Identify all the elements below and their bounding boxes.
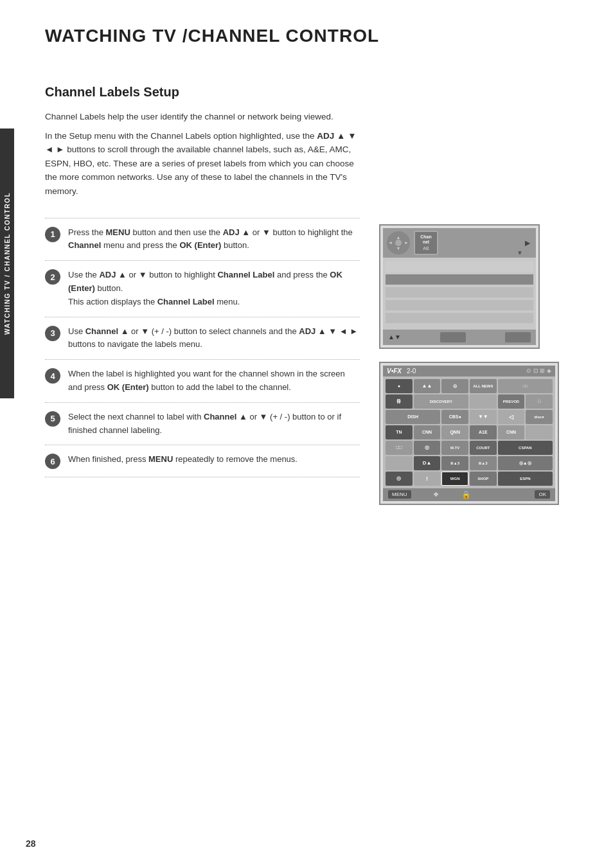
step-text-5: Select the next channel to label with Ch… bbox=[68, 411, 360, 438]
label-cell: WGN bbox=[441, 472, 468, 486]
footer-menu-btn: MENU bbox=[388, 490, 411, 499]
header-icons: ⊙ ⊡ ⊞ ◈ bbox=[526, 368, 551, 374]
screen-arrow-right: ► bbox=[523, 238, 532, 248]
label-cell: 冊 bbox=[386, 394, 413, 409]
footer-ok-label: OK bbox=[535, 490, 550, 499]
step-number-2: 2 bbox=[45, 269, 60, 285]
nav-arrows-icon: ▲▼ bbox=[388, 333, 401, 341]
section-title: Channel Labels Setup bbox=[45, 85, 587, 100]
steps-column: 1 Press the MENU button and then use the… bbox=[45, 218, 360, 478]
menu-item-3 bbox=[386, 287, 533, 297]
label-cell: □□ bbox=[498, 379, 553, 393]
step-number-4: 4 bbox=[45, 368, 60, 384]
menu-item-5 bbox=[386, 313, 533, 323]
label-cell: DISH bbox=[386, 410, 440, 424]
step-text-3: Use Channel ▲ or ▼ (+ / -) button to sel… bbox=[68, 325, 360, 352]
step-text-1: Press the MENU button and then use the A… bbox=[68, 226, 360, 253]
intro-para-1: Channel Labels help the user identify th… bbox=[45, 110, 366, 124]
screen-arrow-down: ▼ bbox=[517, 249, 523, 256]
step-number-6: 6 bbox=[45, 454, 60, 469]
screen-inner-1: ▲ ◄ ► ▼ Channel AB bbox=[383, 228, 536, 345]
label-cell: ! bbox=[414, 472, 441, 486]
label-cell: ▲▲ bbox=[414, 379, 441, 393]
label-cell: COURT bbox=[470, 441, 497, 455]
label-cell: ESPN bbox=[498, 472, 553, 486]
label-cell: □ bbox=[526, 394, 553, 409]
page-number: 28 bbox=[26, 838, 36, 849]
screen-mockup-label-grid: V•FX 2-0 ⊙ ⊡ ⊞ ◈ ● ▲▲ ◎ ALL NEWS □□ 冊 DI… bbox=[379, 362, 559, 505]
main-content: WATCHING TV /CHANNEL CONTROL Channel Lab… bbox=[26, 0, 613, 531]
label-screen-footer: MENU ❖ 🔒 OK bbox=[383, 488, 555, 501]
side-tab-label: WATCHING TV / CHANNEL CONTROL bbox=[4, 192, 11, 335]
menu-item-1 bbox=[386, 261, 533, 272]
label-cell bbox=[526, 425, 553, 439]
step-6: 6 When finished, press MENU repeatedly t… bbox=[45, 445, 360, 477]
screen-menu-items bbox=[383, 258, 536, 327]
label-cell: M.TV bbox=[441, 441, 468, 455]
label-cell: ALL NEWS bbox=[470, 379, 497, 393]
menu-item-2 bbox=[386, 274, 533, 285]
label-cell: PREVOD bbox=[498, 394, 525, 409]
label-cell: ◎ bbox=[441, 379, 468, 393]
screen-mockup-channel-menu: ▲ ◄ ► ▼ Channel AB bbox=[379, 224, 540, 349]
label-cell: ◎ bbox=[414, 441, 441, 455]
label-cell: B▲3 bbox=[441, 456, 468, 470]
label-cell: A1E bbox=[470, 425, 497, 439]
label-cell: ● bbox=[386, 379, 413, 393]
label-cell: CNN bbox=[414, 425, 441, 439]
step3-select-text: button to select channels bbox=[174, 326, 267, 336]
side-tab: WATCHING TV / CHANNEL CONTROL bbox=[0, 128, 14, 398]
label-cell bbox=[386, 456, 413, 470]
step-4: 4 When the label is highlighted you want… bbox=[45, 359, 360, 402]
label-cell: TN bbox=[386, 425, 413, 439]
screen-nav-bar-1: ▲▼ bbox=[383, 330, 536, 345]
label-cell: QNN bbox=[441, 425, 468, 439]
label-cell bbox=[470, 394, 497, 409]
content-columns: 1 Press the MENU button and then use the… bbox=[45, 218, 587, 505]
label-screen-header: V•FX 2-0 ⊙ ⊡ ⊞ ◈ bbox=[383, 366, 555, 376]
footer-lock-icon: 🔒 bbox=[461, 490, 471, 499]
label-grid: ● ▲▲ ◎ ALL NEWS □□ 冊 DISCOVERY PREVOD □ … bbox=[383, 376, 555, 488]
intro-para-2: In the Setup menu with the Channel Label… bbox=[45, 129, 366, 199]
footer-ok-btn bbox=[493, 493, 513, 496]
step-text-2: Use the ADJ ▲ or ▼ button to highlight C… bbox=[68, 269, 360, 308]
label-cell: CBS● bbox=[441, 410, 468, 424]
label-cell: disc● bbox=[526, 410, 553, 424]
page-title: WATCHING TV /CHANNEL CONTROL bbox=[45, 26, 587, 46]
step-3: 3 Use Channel ▲ or ▼ (+ / -) button to s… bbox=[45, 317, 360, 360]
nav-btn-1 bbox=[440, 332, 466, 342]
step-text-6: When finished, press MENU repeatedly to … bbox=[68, 453, 360, 466]
screen-header-1: ▲ ◄ ► ▼ Channel AB bbox=[383, 228, 536, 258]
step-text-4: When the label is highlighted you want f… bbox=[68, 368, 360, 394]
screens-column: ▲ ◄ ► ▼ Channel AB bbox=[379, 224, 587, 505]
step-number-3: 3 bbox=[45, 326, 60, 341]
intro-text: Channel Labels help the user identify th… bbox=[45, 110, 366, 199]
label-cell: CSPAN bbox=[498, 441, 553, 455]
label-cell: ◁ bbox=[498, 410, 525, 424]
nav-btn-2 bbox=[505, 332, 531, 342]
label-cell: B▲3 bbox=[470, 456, 497, 470]
label-cell: CNN bbox=[498, 425, 525, 439]
label-cell: ▼▼ bbox=[470, 410, 497, 424]
step-5: 5 Select the next channel to label with … bbox=[45, 402, 360, 445]
step-number-5: 5 bbox=[45, 411, 60, 427]
label-cell: □□ bbox=[386, 441, 413, 455]
nav-circle-icon: ▲ ◄ ► ▼ bbox=[387, 231, 410, 254]
menu-item-4 bbox=[386, 300, 533, 310]
label-cell: D▲ bbox=[414, 456, 441, 470]
channel-menu-icon: Channel AB bbox=[414, 231, 438, 255]
label-cell: ◎ bbox=[386, 472, 413, 486]
brand-label: V•FX bbox=[387, 368, 402, 375]
channel-number: 2-0 bbox=[407, 368, 416, 375]
label-cell: DISCOVERY bbox=[414, 394, 468, 409]
footer-nav-icon: ❖ bbox=[433, 491, 439, 498]
label-cell: ◎▲◎ bbox=[498, 456, 553, 470]
label-cell: SHOP bbox=[470, 472, 497, 486]
step-number-1: 1 bbox=[45, 227, 60, 242]
step-1: 1 Press the MENU button and then use the… bbox=[45, 218, 360, 261]
step-2: 2 Use the ADJ ▲ or ▼ button to highlight… bbox=[45, 260, 360, 316]
